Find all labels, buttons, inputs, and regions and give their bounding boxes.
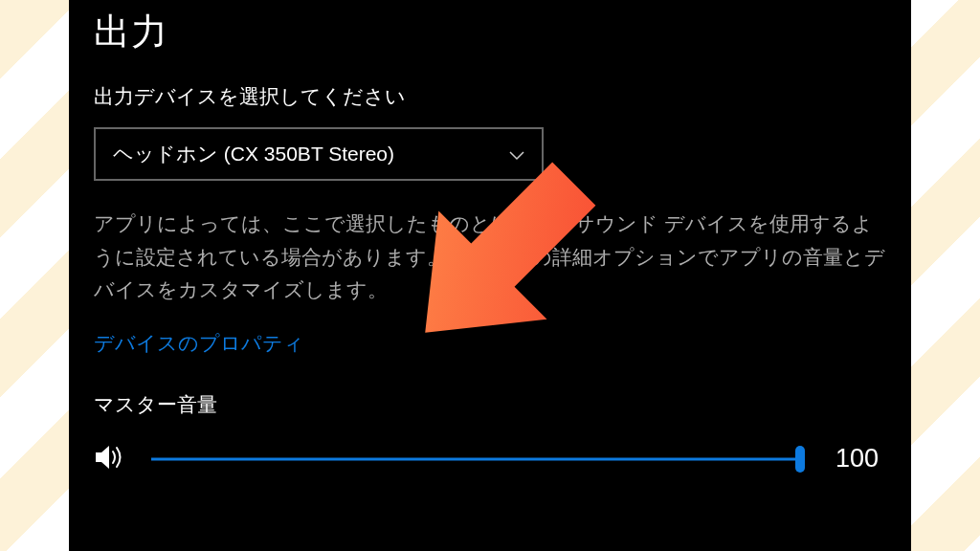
output-device-dropdown[interactable]: ヘッドホン (CX 350BT Stereo) (94, 127, 544, 181)
master-volume-row: 100 (94, 443, 886, 475)
dropdown-selected-value: ヘッドホン (CX 350BT Stereo) (113, 141, 394, 167)
output-device-description: アプリによっては、ここで選択したものとは異なるサウンド デバイスを使用するように… (94, 208, 886, 307)
slider-track (151, 457, 800, 460)
master-volume-value: 100 (835, 444, 886, 474)
speaker-icon[interactable] (94, 443, 126, 475)
slider-thumb[interactable] (795, 446, 805, 473)
master-volume-slider[interactable] (151, 446, 800, 473)
chevron-down-icon (509, 143, 524, 165)
output-device-label: 出力デバイスを選択してください (94, 83, 886, 110)
master-volume-label: マスター音量 (94, 391, 886, 418)
sound-settings-panel: 出力 出力デバイスを選択してください ヘッドホン (CX 350BT Stere… (69, 0, 911, 551)
device-properties-link[interactable]: デバイスのプロパティ (94, 330, 304, 357)
section-title: 出力 (94, 8, 886, 56)
